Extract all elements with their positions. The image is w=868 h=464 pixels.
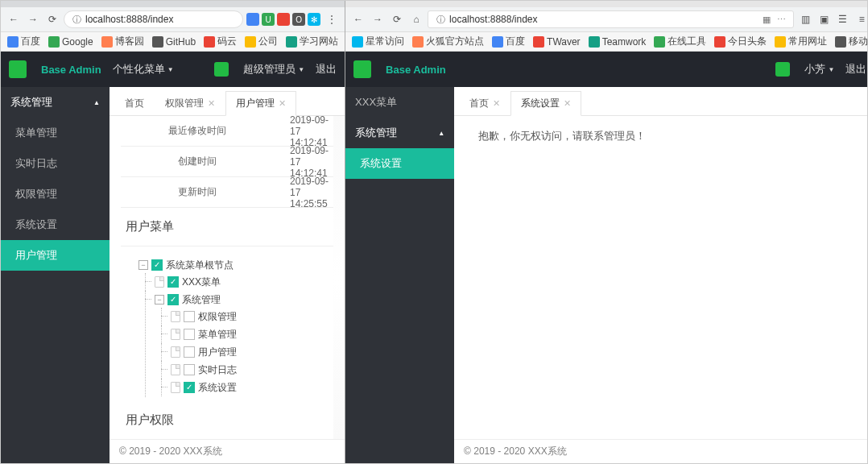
- app-logo: [353, 60, 371, 78]
- info-icon: ⓘ: [435, 14, 446, 25]
- forward-button[interactable]: →: [25, 11, 41, 27]
- back-button[interactable]: ←: [350, 11, 366, 27]
- checkbox[interactable]: [184, 364, 195, 375]
- logout-button[interactable]: 退出: [316, 62, 337, 77]
- brand-text: Base Admin: [386, 64, 446, 76]
- tree-node[interactable]: 实时日志: [171, 362, 332, 378]
- bookmark-item[interactable]: TWaver: [533, 36, 581, 48]
- tree-node-root[interactable]: − ✓ 系统菜单根节点: [138, 257, 332, 273]
- ext-icon[interactable]: [277, 13, 290, 26]
- close-icon[interactable]: ✕: [279, 98, 286, 109]
- checkbox-checked[interactable]: ✓: [167, 294, 179, 305]
- tab-permission[interactable]: 权限管理✕: [155, 91, 225, 115]
- sidebar: XXX菜单 系统管理▲ 系统设置: [345, 87, 454, 463]
- sidebar-item-active[interactable]: 用户管理: [1, 240, 110, 271]
- tree-node[interactable]: 权限管理: [171, 309, 332, 325]
- sidebar-header[interactable]: 系统管理▲: [1, 87, 110, 118]
- bookmark-item[interactable]: GitHub: [152, 36, 196, 48]
- bookmark-item[interactable]: 百度: [7, 35, 40, 48]
- address-bar[interactable]: ⓘ localhost:8888/index: [64, 10, 243, 28]
- ext-icon[interactable]: U: [262, 13, 275, 26]
- section-title-user-perm: 用户权限: [121, 401, 333, 439]
- bookmark-item[interactable]: 码云: [204, 35, 237, 48]
- home-button[interactable]: ⌂: [408, 11, 424, 27]
- collapse-icon[interactable]: −: [155, 295, 164, 304]
- user-dropdown[interactable]: 小芳▼: [804, 62, 834, 77]
- sidebar-item[interactable]: XXX菜单: [345, 87, 454, 118]
- collapse-icon[interactable]: −: [138, 260, 148, 270]
- scrollbar-vertical[interactable]: [333, 116, 345, 439]
- custom-menu-dropdown[interactable]: 个性化菜单▼: [113, 62, 174, 77]
- close-icon[interactable]: ✕: [564, 98, 571, 109]
- sidebar-item[interactable]: 系统设置: [1, 209, 110, 240]
- ext-icon[interactable]: O: [292, 13, 305, 26]
- ext-icon[interactable]: ✻: [308, 13, 320, 26]
- bookmark-item[interactable]: Google: [48, 36, 93, 48]
- bookmark-item[interactable]: 博客园: [101, 35, 144, 48]
- checkbox[interactable]: [184, 346, 195, 358]
- bookmark-item[interactable]: 常用网址: [775, 35, 827, 48]
- close-icon[interactable]: ✕: [493, 98, 500, 109]
- checkbox-checked[interactable]: ✓: [167, 276, 179, 288]
- tree-node[interactable]: 菜单管理: [171, 326, 332, 342]
- bookmark-item[interactable]: Teamwork: [589, 36, 647, 48]
- more-icon[interactable]: ⋯: [775, 14, 787, 25]
- reload-button[interactable]: ⟳: [44, 11, 60, 27]
- tab-settings-active[interactable]: 系统设置✕: [510, 91, 581, 116]
- tree-node[interactable]: ✓系统设置: [171, 379, 332, 396]
- caret-down-icon: ▼: [828, 66, 834, 73]
- tab-user-active[interactable]: 用户管理✕: [225, 91, 296, 116]
- addons-icon[interactable]: ☰: [834, 11, 850, 27]
- form-row: 更新时间2019-09-17 14:25:55: [121, 177, 333, 208]
- back-button[interactable]: ←: [6, 11, 22, 27]
- info-icon: ⓘ: [71, 14, 82, 25]
- bookmark-item[interactable]: 在线工具: [654, 35, 706, 48]
- logout-button[interactable]: 退出: [845, 62, 866, 77]
- address-bar[interactable]: ⓘ localhost:8888/index ▦ ⋯: [428, 10, 794, 28]
- firefox-tab-strip: [345, 1, 868, 7]
- tree-node[interactable]: ✓XXX菜单: [155, 274, 332, 290]
- checkbox[interactable]: [184, 311, 195, 322]
- right-browser-pane: ← → ⟳ ⌂ ⓘ localhost:8888/index ▦ ⋯ ▥ ▣ ☰…: [345, 1, 868, 463]
- ext-icon[interactable]: [246, 13, 259, 26]
- section-title-user-menu: 用户菜单: [121, 208, 333, 246]
- bookmark-item[interactable]: 火狐官方站点: [412, 35, 484, 48]
- file-icon: [171, 311, 180, 322]
- tab-home[interactable]: 首页: [114, 91, 155, 115]
- tree-node[interactable]: 用户管理: [171, 344, 332, 360]
- brand-text: Base Admin: [41, 64, 101, 76]
- sidebar-header[interactable]: 系统管理▲: [345, 118, 454, 148]
- chrome-toolbar: ← → ⟳ ⓘ localhost:8888/index U O ✻ ⋮: [1, 7, 345, 32]
- file-icon: [155, 276, 164, 288]
- form-row: 创建时间2019-09-17 14:12:41: [121, 147, 333, 177]
- sidebar-item-active[interactable]: 系统设置: [345, 148, 454, 179]
- bookmark-item[interactable]: 星常访问: [352, 35, 404, 48]
- bookmark-item[interactable]: 移动: [835, 35, 868, 48]
- close-icon[interactable]: ✕: [208, 98, 215, 109]
- sidebar-icon[interactable]: ▣: [816, 11, 832, 27]
- bookmarks-bar: 百度 Google 博客园 GitHub 码云 公司 学习网站: [1, 32, 345, 52]
- checkbox-checked[interactable]: ✓: [151, 259, 163, 271]
- checkbox-checked[interactable]: ✓: [184, 382, 195, 393]
- content-tabs: 首页✕ 系统设置✕: [454, 87, 868, 116]
- bookmark-item[interactable]: 公司: [245, 35, 278, 48]
- tab-home[interactable]: 首页✕: [459, 91, 510, 115]
- chrome-menu-icon[interactable]: ⋮: [324, 11, 340, 27]
- library-icon[interactable]: ▥: [797, 11, 813, 27]
- bookmark-item[interactable]: 今日头条: [714, 35, 767, 48]
- reader-icon[interactable]: ▦: [761, 14, 772, 25]
- bookmark-item[interactable]: 百度: [492, 35, 525, 48]
- content-area: 首页✕ 系统设置✕ 抱歉，你无权访问，请联系管理员！ © 2019 - 2020…: [454, 87, 868, 463]
- firefox-menu-icon[interactable]: ≡: [854, 11, 868, 27]
- user-dropdown[interactable]: 超级管理员▼: [243, 62, 304, 77]
- sidebar-item[interactable]: 权限管理: [1, 179, 110, 209]
- reload-button[interactable]: ⟳: [389, 11, 405, 27]
- tree-node[interactable]: −✓系统管理: [155, 292, 332, 308]
- sidebar-item[interactable]: 实时日志: [1, 148, 110, 179]
- sidebar-item[interactable]: 菜单管理: [1, 118, 110, 148]
- access-denied-message: 抱歉，你无权访问，请联系管理员！: [465, 116, 863, 156]
- checkbox[interactable]: [184, 329, 195, 340]
- url-text: localhost:8888/index: [449, 14, 758, 25]
- bookmark-item[interactable]: 学习网站: [286, 35, 338, 48]
- forward-button[interactable]: →: [370, 11, 386, 27]
